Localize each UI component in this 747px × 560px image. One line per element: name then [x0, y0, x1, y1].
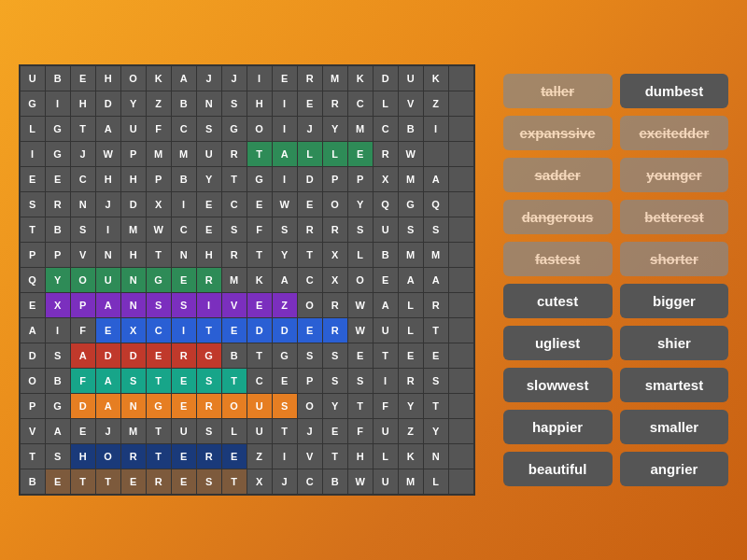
- grid-cell[interactable]: I: [172, 192, 196, 217]
- grid-cell[interactable]: W: [399, 142, 423, 166]
- word-btn-betterest[interactable]: betterest: [620, 200, 729, 234]
- grid-cell[interactable]: O: [247, 117, 272, 141]
- grid-cell[interactable]: C: [348, 91, 373, 116]
- grid-cell[interactable]: L: [374, 444, 398, 469]
- grid-cell[interactable]: T: [247, 142, 272, 166]
- grid-cell[interactable]: F: [247, 217, 272, 242]
- word-btn-shier[interactable]: shier: [620, 326, 729, 360]
- grid-cell[interactable]: D: [298, 167, 322, 191]
- grid-cell[interactable]: I: [273, 91, 297, 116]
- grid-cell[interactable]: B: [323, 469, 347, 494]
- grid-cell[interactable]: X: [247, 469, 272, 494]
- grid-cell[interactable]: V: [222, 293, 247, 317]
- grid-cell[interactable]: K: [247, 268, 272, 292]
- grid-cell[interactable]: M: [222, 268, 247, 292]
- grid-cell[interactable]: V: [71, 243, 95, 267]
- grid-cell[interactable]: G: [46, 394, 70, 418]
- grid-cell[interactable]: C: [247, 369, 272, 393]
- grid-cell[interactable]: W: [96, 142, 120, 166]
- grid-cell[interactable]: I: [197, 293, 221, 317]
- grid-cell[interactable]: Y: [273, 243, 297, 267]
- grid-cell[interactable]: S: [222, 91, 247, 116]
- grid-cell[interactable]: A: [21, 318, 45, 343]
- grid-cell[interactable]: R: [46, 192, 70, 217]
- grid-cell[interactable]: R: [197, 394, 221, 418]
- grid-cell[interactable]: X: [323, 268, 347, 292]
- grid-cell[interactable]: G: [197, 343, 221, 368]
- grid-cell[interactable]: Y: [399, 394, 423, 418]
- grid-cell[interactable]: B: [172, 91, 196, 116]
- grid-cell[interactable]: X: [374, 167, 398, 191]
- grid-cell[interactable]: [449, 243, 473, 267]
- grid-cell[interactable]: W: [348, 293, 373, 317]
- grid-cell[interactable]: [449, 419, 473, 443]
- grid-cell[interactable]: F: [71, 318, 95, 343]
- grid-cell[interactable]: B: [374, 243, 398, 267]
- grid-cell[interactable]: S: [71, 217, 95, 242]
- grid-cell[interactable]: U: [399, 66, 423, 91]
- grid-cell[interactable]: B: [399, 117, 423, 141]
- grid-cell[interactable]: N: [172, 243, 196, 267]
- grid-cell[interactable]: P: [298, 369, 322, 393]
- grid-cell[interactable]: U: [374, 419, 398, 443]
- grid-cell[interactable]: E: [247, 192, 272, 217]
- grid-cell[interactable]: I: [424, 117, 448, 141]
- grid-cell[interactable]: E: [348, 343, 373, 368]
- grid-cell[interactable]: M: [121, 217, 146, 242]
- grid-cell[interactable]: K: [348, 66, 373, 91]
- grid-cell[interactable]: T: [298, 243, 322, 267]
- grid-cell[interactable]: B: [46, 369, 70, 393]
- grid-cell[interactable]: S: [147, 293, 171, 317]
- grid-cell[interactable]: E: [323, 419, 347, 443]
- grid-cell[interactable]: T: [247, 243, 272, 267]
- grid-cell[interactable]: R: [399, 369, 423, 393]
- grid-cell[interactable]: O: [348, 268, 373, 292]
- grid-cell[interactable]: P: [71, 293, 95, 317]
- grid-cell[interactable]: S: [348, 217, 373, 242]
- grid-cell[interactable]: D: [121, 192, 146, 217]
- grid-cell[interactable]: E: [197, 192, 221, 217]
- word-btn-taller[interactable]: taller: [503, 74, 613, 108]
- grid-cell[interactable]: U: [21, 66, 45, 91]
- grid-cell[interactable]: J: [222, 66, 247, 91]
- grid-cell[interactable]: B: [222, 343, 247, 368]
- grid-cell[interactable]: S: [323, 343, 347, 368]
- grid-cell[interactable]: C: [222, 192, 247, 217]
- grid-cell[interactable]: V: [21, 419, 45, 443]
- word-btn-excitedder[interactable]: excitedder: [620, 116, 729, 150]
- grid-cell[interactable]: W: [348, 469, 373, 494]
- grid-cell[interactable]: O: [21, 369, 45, 393]
- grid-cell[interactable]: H: [247, 91, 272, 116]
- grid-cell[interactable]: L: [399, 293, 423, 317]
- grid-cell[interactable]: M: [348, 117, 373, 141]
- word-btn-fastest[interactable]: fastest: [503, 242, 613, 276]
- grid-cell[interactable]: U: [374, 469, 398, 494]
- grid-cell[interactable]: I: [46, 91, 70, 116]
- grid-cell[interactable]: K: [399, 444, 423, 469]
- grid-cell[interactable]: J: [197, 66, 221, 91]
- grid-cell[interactable]: A: [374, 293, 398, 317]
- grid-cell[interactable]: E: [21, 167, 45, 191]
- grid-cell[interactable]: [449, 217, 473, 242]
- grid-cell[interactable]: T: [71, 469, 95, 494]
- word-btn-cutest[interactable]: cutest: [503, 284, 613, 318]
- grid-cell[interactable]: L: [298, 142, 322, 166]
- grid-cell[interactable]: G: [147, 394, 171, 418]
- grid-cell[interactable]: L: [222, 419, 247, 443]
- grid-cell[interactable]: [449, 91, 473, 116]
- word-btn-dumbest[interactable]: dumbest: [620, 74, 729, 108]
- grid-cell[interactable]: A: [424, 268, 448, 292]
- grid-cell[interactable]: D: [96, 343, 120, 368]
- grid-cell[interactable]: E: [247, 293, 272, 317]
- grid-cell[interactable]: T: [323, 444, 347, 469]
- word-btn-expanssive[interactable]: expanssive: [503, 116, 613, 150]
- grid-cell[interactable]: S: [46, 343, 70, 368]
- grid-cell[interactable]: T: [222, 369, 247, 393]
- grid-cell[interactable]: E: [121, 469, 146, 494]
- grid-cell[interactable]: C: [172, 117, 196, 141]
- grid-cell[interactable]: U: [374, 318, 398, 343]
- grid-cell[interactable]: S: [273, 394, 297, 418]
- grid-cell[interactable]: [424, 142, 448, 166]
- grid-cell[interactable]: T: [424, 318, 448, 343]
- grid-cell[interactable]: U: [96, 268, 120, 292]
